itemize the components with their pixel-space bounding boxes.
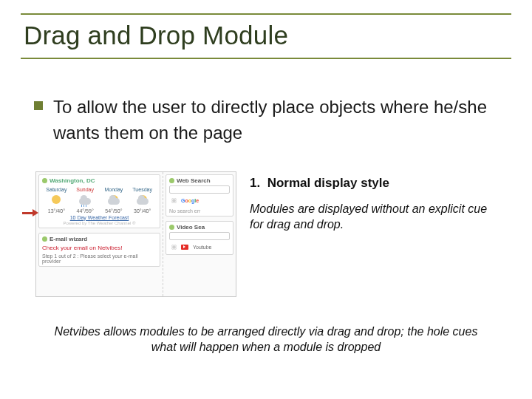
weather-forecast-link: 10 Day Weather Forecast: [42, 215, 157, 220]
youtube-icon: [181, 245, 188, 250]
module-dot-icon: [42, 178, 47, 183]
netvibes-screenshot: Washington, DC Saturday 13°/40°: [35, 171, 236, 297]
radio-icon: [171, 244, 177, 250]
weather-day: Sunday 44°/59°: [72, 187, 98, 214]
weather-temps: 54°/50°: [101, 208, 126, 214]
search-title: Web Search: [177, 177, 211, 184]
weather-temps: 44°/59°: [72, 208, 98, 214]
video-engine: Youtube: [169, 242, 230, 252]
weather-day-name: Tuesday: [130, 187, 155, 192]
content-row: Washington, DC Saturday 13°/40°: [34, 171, 498, 297]
email-wizard-module: E-mail wizard Check your email on Netvib…: [38, 233, 160, 267]
search-header: Web Search: [169, 177, 230, 184]
step-description: Modules are displayed without an explici…: [250, 201, 498, 233]
rain-icon: [77, 194, 93, 207]
module-dot-icon: [169, 178, 174, 183]
slide-body: To allow the user to directly place obje…: [21, 59, 511, 355]
screenshot-row: Washington, DC Saturday 13°/40°: [36, 172, 236, 296]
search-noerr: No search err: [169, 208, 230, 214]
weather-day: Monday 54°/50°: [101, 187, 126, 214]
video-search-module: Video Sea Youtube: [166, 221, 233, 255]
weather-powered: Powered by The Weather Channel ®: [42, 221, 157, 225]
slide-title: Drag and Drop Module: [21, 18, 511, 58]
explanation-column: 1. Normal display style Modules are disp…: [250, 171, 498, 233]
step-title: 1. Normal display style: [250, 176, 498, 191]
weather-module-header: Washington, DC: [42, 177, 157, 184]
module-dot-icon: [42, 236, 47, 242]
screenshot-col-right: Web Search Google No search err: [163, 172, 236, 296]
weather-day-name: Sunday: [72, 187, 98, 192]
slide-caption: Netvibes allows modules to be arranged d…: [34, 324, 498, 355]
bullet-text: To allow the user to directly place obje…: [53, 95, 498, 146]
weather-days: Saturday 13°/40° Sunday 44°/59°: [42, 187, 157, 214]
weather-day: Saturday 13°/40°: [44, 187, 69, 214]
video-header: Video Sea: [169, 224, 230, 231]
video-title: Video Sea: [177, 224, 205, 231]
web-search-module: Web Search Google No search err: [166, 174, 233, 216]
search-engine: Google: [169, 196, 230, 205]
weather-module: Washington, DC Saturday 13°/40°: [38, 174, 160, 228]
step-number: 1.: [250, 176, 260, 190]
slide: Drag and Drop Module To allow the user t…: [0, 0, 532, 399]
wizard-line2: Step 1 out of 2 : Please select your e-m…: [42, 253, 157, 264]
search-input-mock: [169, 185, 230, 194]
weather-day: Tuesday 30°/40°: [130, 187, 155, 214]
screenshot-wrap: Washington, DC Saturday 13°/40°: [35, 171, 236, 297]
screenshot-col-left: Washington, DC Saturday 13°/40°: [36, 172, 163, 296]
radio-icon: [171, 197, 177, 203]
weather-day-name: Saturday: [44, 187, 69, 192]
annotation-arrow-icon: [22, 210, 38, 217]
title-rule-top: [21, 13, 511, 15]
wizard-title: E-mail wizard: [50, 236, 87, 242]
google-logo-icon: Google: [181, 198, 199, 203]
module-dot-icon: [169, 225, 174, 230]
sun-icon: [48, 194, 64, 207]
bullet-row: To allow the user to directly place obje…: [34, 95, 498, 146]
square-bullet-icon: [34, 101, 43, 110]
video-search-input-mock: [169, 232, 230, 240]
weather-temps: 13°/40°: [44, 208, 69, 214]
step-heading: Normal display style: [267, 176, 389, 190]
weather-location: Washington, DC: [50, 177, 95, 184]
wizard-line1: Check your email on Netvibes!: [42, 245, 157, 251]
cloud-icon: [106, 194, 122, 207]
weather-temps: 30°/40°: [130, 208, 155, 214]
cloud-icon: [134, 194, 151, 207]
wizard-header: E-mail wizard: [42, 236, 157, 242]
weather-day-name: Monday: [101, 187, 126, 192]
video-yt-label: Youtube: [193, 245, 211, 250]
